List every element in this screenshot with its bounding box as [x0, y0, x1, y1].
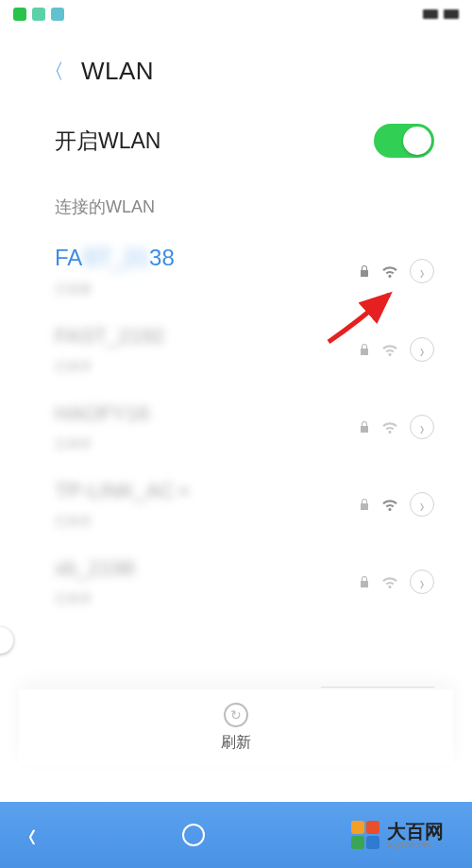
network-detail-button[interactable]: › — [410, 415, 434, 439]
brand-logo-icon — [351, 821, 379, 849]
network-sub: 已连接 — [55, 281, 175, 298]
network-icons: › — [359, 492, 434, 517]
network-icons: › — [359, 570, 434, 594]
status-left — [13, 8, 64, 21]
network-text: xb_2198 已保存 — [55, 556, 134, 607]
status-right — [423, 9, 459, 19]
wifi-icon — [379, 496, 400, 513]
network-detail-button[interactable]: › — [410, 259, 434, 283]
lock-icon — [359, 420, 370, 434]
wlan-toggle-row: 开启WLAN — [0, 109, 472, 173]
network-ssid: FAST_2138 — [55, 245, 175, 271]
network-item[interactable]: HAOFY16 已保存 › — [0, 388, 472, 466]
refresh-icon: ↻ — [224, 703, 248, 727]
network-text: HAOFY16 已保存 — [55, 401, 149, 452]
network-item[interactable]: FAST_2192 已保存 › — [0, 311, 472, 388]
network-icons: › — [359, 259, 434, 283]
lock-icon — [359, 264, 370, 278]
wifi-icon — [379, 341, 400, 358]
status-indicator-3 — [51, 8, 64, 21]
status-indicator-1 — [13, 8, 26, 21]
network-ssid: FAST_2192 — [55, 324, 164, 349]
wifi-icon — [379, 573, 400, 590]
back-button[interactable]: 〈 — [43, 61, 64, 82]
lock-icon — [359, 575, 370, 588]
connected-section-label: 连接的WLAN — [0, 173, 472, 231]
wlan-toggle-label: 开启WLAN — [55, 127, 160, 156]
network-sub: 已保存 — [55, 590, 134, 607]
network-sub: 已保存 — [55, 358, 164, 375]
divider — [321, 687, 434, 688]
refresh-bar[interactable]: ↻ 刷新 — [19, 689, 453, 765]
signal-icon — [423, 9, 438, 19]
network-item[interactable]: xb_2198 已保存 › — [0, 543, 472, 621]
lock-icon — [359, 498, 370, 511]
network-ssid: TP-LINK_AC ▪ — [55, 479, 188, 503]
network-detail-button[interactable]: › — [410, 492, 434, 517]
network-icons: › — [359, 415, 434, 439]
brand-name: 大百网 — [387, 822, 444, 841]
network-text: TP-LINK_AC ▪ 已保存 — [55, 479, 188, 530]
network-text: FAST_2192 已保存 — [55, 324, 164, 375]
connected-network-item[interactable]: FAST_2138 已连接 › — [0, 231, 472, 311]
brand-watermark: 大百网 big100.net — [351, 821, 444, 849]
status-indicator-2 — [32, 8, 45, 21]
network-detail-button[interactable]: › — [410, 337, 434, 362]
nav-back-button[interactable]: ‹ — [28, 814, 36, 857]
network-sub: 已保存 — [55, 435, 149, 452]
wlan-toggle[interactable] — [374, 124, 434, 158]
network-text: FAST_2138 已连接 — [55, 245, 175, 298]
page-title: WLAN — [81, 57, 154, 86]
network-icons: › — [359, 337, 434, 362]
brand-domain: big100.net — [387, 841, 444, 849]
battery-icon — [444, 9, 459, 19]
network-detail-button[interactable]: › — [410, 570, 434, 594]
wifi-icon — [379, 418, 400, 435]
bottom-bar: ‹ 大百网 big100.net — [0, 802, 472, 868]
network-sub: 已保存 — [55, 513, 188, 530]
wifi-icon — [379, 263, 400, 280]
refresh-label: 刷新 — [221, 733, 251, 753]
lock-icon — [359, 343, 370, 356]
status-bar — [0, 0, 472, 28]
network-ssid: HAOFY16 — [55, 401, 149, 426]
screen-header: 〈 WLAN — [0, 28, 472, 109]
network-ssid: xb_2198 — [55, 556, 134, 581]
network-item[interactable]: TP-LINK_AC ▪ 已保存 › — [0, 466, 472, 543]
nav-home-button[interactable] — [182, 824, 205, 846]
assistive-touch-icon[interactable] — [0, 627, 13, 654]
